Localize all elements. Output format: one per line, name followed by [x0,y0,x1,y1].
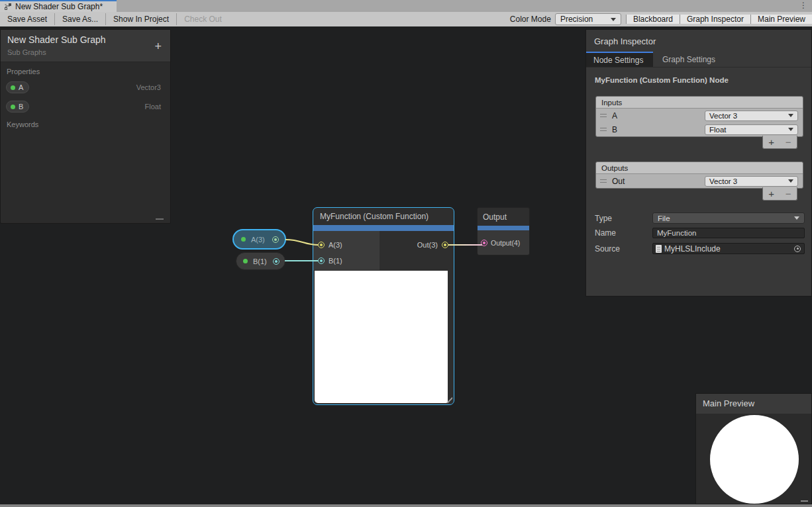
port-label: Output(4) [491,239,520,247]
port-in-a[interactable] [318,242,325,248]
color-mode-value: Precision [560,15,593,24]
type-value: File [658,214,670,222]
remove-output-button[interactable]: − [780,188,797,199]
property-type: Vector3 [136,83,161,91]
tab-title: New Shader Sub Graph* [15,2,103,11]
type-label: Type [595,214,652,223]
main-preview-panel: Main Preview [695,393,812,504]
port-out-b[interactable] [273,258,279,265]
main-preview-title[interactable]: Main Preview [696,394,811,414]
blackboard-header[interactable]: New Shader Sub Graph Sub Graphs + [1,30,170,62]
main-preview-toggle-button[interactable]: Main Preview [750,15,812,24]
keywords-section-label: Keywords [1,120,170,128]
input-name: B [612,125,617,134]
show-in-project-button[interactable]: Show In Project [106,12,176,26]
blackboard-property-row[interactable]: A Vector3 [1,79,170,95]
name-field-row: Name [595,228,805,238]
node-myfunction[interactable]: MyFunction (Custom Function) A(3) B(1) O… [313,207,454,405]
property-dot-icon [11,85,15,90]
window-tab-bar: New Shader Sub Graph* ⋮ [0,0,812,12]
output-port-row: Out(3) [417,240,448,250]
blackboard-resize-handle[interactable] [156,218,164,220]
outputs-row-out[interactable]: Out Vector 3 [596,174,803,188]
node-preview-surface [315,271,448,403]
inputs-row-a[interactable]: A Vector 3 [596,109,803,122]
source-object-field[interactable]: MyHLSLInclude [652,243,805,254]
property-node-b[interactable]: B(1) [236,252,285,270]
name-input[interactable] [652,228,805,238]
input-type-value: Float [709,126,727,134]
blackboard-title: New Shader Sub Graph [7,34,164,45]
input-type-dropdown[interactable]: Float [705,124,798,135]
blackboard-panel: New Shader Sub Graph Sub Graphs + Proper… [0,29,171,224]
add-output-button[interactable]: + [763,188,780,199]
check-out-button[interactable]: Check Out [177,12,229,26]
chevron-down-icon [788,128,793,131]
outputs-list-title: Outputs [596,162,803,174]
source-field-row: Source MyHLSLInclude [595,243,805,254]
input-port-row-b: B(1) [318,256,342,265]
property-node-a[interactable]: A(3) [232,229,286,250]
output-name: Out [612,177,625,186]
add-input-button[interactable]: + [763,136,780,148]
output-type-dropdown[interactable]: Vector 3 [705,176,798,187]
property-pill-a[interactable]: A [6,81,29,93]
graph-inspector-title[interactable]: Graph Inspector [586,30,811,52]
node-preview-resize-handle[interactable] [446,397,452,403]
port-in-output[interactable] [481,240,487,246]
node-title[interactable]: Output [478,208,529,226]
property-dot-icon [243,259,248,263]
file-icon [656,245,662,253]
color-mode-label: Color Mode [510,15,551,24]
node-ports-area: Output(4) [478,230,529,255]
save-asset-button[interactable]: Save Asset [0,12,54,26]
port-label: B(1) [329,257,342,265]
input-type-value: Vector 3 [709,112,737,120]
drag-handle-icon[interactable] [600,114,607,117]
remove-input-button[interactable]: − [780,136,797,148]
tab-node-settings[interactable]: Node Settings [586,52,653,67]
input-name: A [612,111,617,120]
object-picker-icon[interactable] [794,246,801,252]
properties-section-label: Properties [1,68,170,75]
main-preview-resize-handle[interactable] [801,500,808,502]
node-title[interactable]: MyFunction (Custom Function) [313,208,454,225]
drag-handle-icon[interactable] [600,179,607,183]
property-name: A [19,83,23,91]
window-menu-icon[interactable]: ⋮ [799,0,807,11]
port-in-b[interactable] [318,257,325,264]
chevron-down-icon [788,114,793,117]
tab-new-shader-sub-graph[interactable]: New Shader Sub Graph* [0,0,117,12]
color-mode-dropdown[interactable]: Precision [555,13,621,25]
graph-inspector-panel: Graph Inspector Node Settings Graph Sett… [585,29,812,297]
inspector-tabs: Node Settings Graph Settings [586,52,811,68]
node-output[interactable]: Output Output(4) [477,207,530,255]
port-out-a[interactable] [272,236,279,243]
toolbar-right-group: Color Mode Precision Blackboard Graph In… [510,12,812,26]
chevron-down-icon [788,179,793,183]
window-bottom-edge [0,504,812,507]
inputs-row-b[interactable]: B Float [596,122,803,136]
chevron-down-icon [794,216,799,220]
source-label: Source [595,244,652,254]
property-type: Float [145,103,161,111]
blackboard-subtitle: Sub Graphs [7,48,164,56]
outputs-list-footer: + − [762,187,797,201]
add-property-button[interactable]: + [154,40,162,52]
input-type-dropdown[interactable]: Vector 3 [705,111,798,121]
tab-graph-settings[interactable]: Graph Settings [653,52,725,67]
save-as-button[interactable]: Save As... [55,12,105,26]
inputs-list: Inputs A Vector 3 B Float [595,96,803,137]
type-dropdown[interactable]: File [652,212,805,224]
port-out[interactable] [442,242,448,248]
graph-inspector-toggle-button[interactable]: Graph Inspector [680,15,750,24]
property-node-label: B(1) [253,257,267,265]
preview-sphere [710,415,799,504]
blackboard-toggle-button[interactable]: Blackboard [626,15,680,24]
chevron-down-icon [611,18,616,21]
property-pill-b[interactable]: B [6,101,29,113]
node-accent-bar [478,226,529,230]
drag-handle-icon[interactable] [600,128,607,131]
blackboard-property-row[interactable]: B Float [1,99,170,115]
port-label: A(3) [329,241,342,249]
